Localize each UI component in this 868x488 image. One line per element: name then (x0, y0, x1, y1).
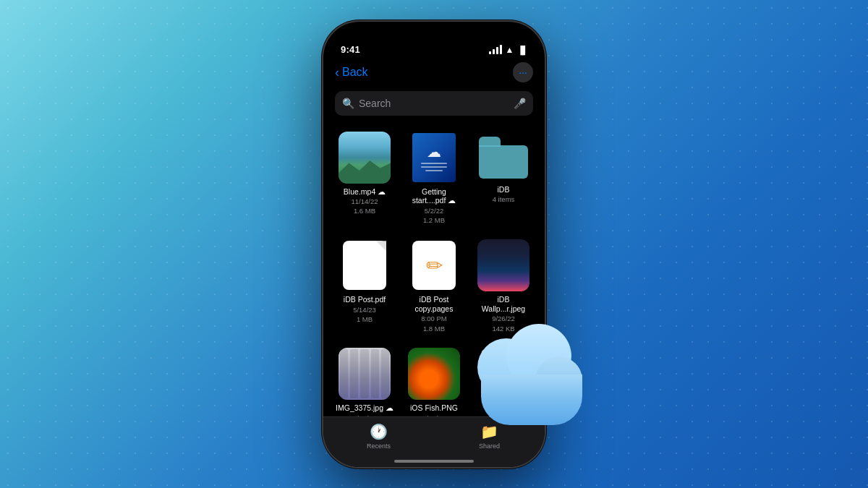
file-thumb-blue-mp4 (339, 132, 391, 184)
more-icon: ··· (519, 67, 527, 78)
search-icon: 🔍 (342, 98, 354, 109)
file-name-img3375: IMG_3375.jpg ☁ (336, 403, 393, 413)
file-item-idb-folder[interactable]: iDB 4 items (471, 127, 536, 230)
pages-icon: ✏ (412, 241, 456, 290)
file-meta-getting-started: 5/2/221.2 MB (423, 206, 445, 226)
tab-shared-label: Shared (479, 442, 500, 450)
file-meta-idb-folder: 4 items (493, 194, 515, 204)
file-thumb-idb-post-pdf (339, 239, 391, 291)
mic-icon: 🎤 (514, 98, 526, 109)
landscape-image (339, 132, 391, 184)
tab-shared[interactable]: 📁 Shared (434, 423, 545, 450)
pencil-icon: ✏ (426, 254, 443, 278)
file-thumb-ios-fish (408, 348, 460, 400)
file-name-blue-mp4: Blue.mp4 ☁ (344, 187, 386, 197)
cloud-body (481, 374, 582, 425)
file-item-getting-started[interactable]: Getting start....pdf ☁ 5/2/221.2 MB (401, 127, 467, 230)
book-cover (412, 133, 456, 182)
file-meta-idb-post-pdf: 5/14/231 MB (353, 305, 376, 325)
file-item-blue-mp4[interactable]: Blue.mp4 ☁ 11/14/221.6 MB (332, 127, 397, 230)
file-item-idb-post-pdf[interactable]: iDB Post.pdf 5/14/231 MB (332, 235, 397, 338)
file-item-img3375[interactable]: IMG_3375.jpg ☁ 7/25/223.8 MB (332, 343, 397, 416)
file-thumb-getting-started (408, 132, 460, 184)
search-placeholder: Search (359, 98, 509, 109)
file-meta-idb-post-pages: 8:00 PM1.8 MB (421, 314, 446, 333)
file-name-idb-post-pdf: iDB Post.pdf (344, 295, 386, 304)
home-indicator (394, 460, 474, 463)
tab-recents-label: Recents (367, 442, 391, 450)
shared-icon: 📁 (480, 423, 498, 440)
search-bar[interactable]: 🔍 Search 🎤 (335, 91, 533, 116)
dynamic-island (401, 30, 467, 51)
signal-icon (489, 45, 502, 54)
battery-icon: ▐▌ (517, 46, 527, 54)
file-thumb-idb-folder (477, 132, 529, 184)
back-label: Back (342, 66, 368, 79)
wallpaper-preview (477, 239, 529, 291)
wifi-icon: ▲ (506, 45, 514, 55)
back-button[interactable]: ‹ Back (335, 66, 368, 79)
status-time: 9:41 (341, 44, 360, 55)
folder-icon (479, 137, 528, 179)
file-name-idb-wallpaper: iDB Wallp...r.jpeg (475, 295, 532, 313)
more-button[interactable]: ··· (513, 62, 533, 82)
back-chevron-icon: ‹ (335, 66, 339, 79)
curtain-preview (339, 348, 391, 400)
file-item-idb-post-pages[interactable]: ✏ iDB Post copy.pages 8:00 PM1.8 MB (401, 235, 467, 338)
file-name-idb-folder: iDB (498, 185, 510, 194)
status-icons: ▲ ▐▌ (489, 45, 527, 55)
file-thumb-idb-wallpaper (477, 239, 529, 291)
file-thumb-idb-post-pages: ✏ (408, 239, 460, 291)
cloud-decoration (474, 346, 590, 425)
file-meta-idb-wallpaper: 9/26/22142 KB (492, 314, 515, 333)
file-item-idb-wallpaper[interactable]: iDB Wallp...r.jpeg 9/26/22142 KB (471, 235, 536, 338)
file-item-ios-fish[interactable]: iOS Fish.PNG 9/13/213.6 MB (401, 343, 467, 416)
scene: 9:41 ▲ ▐▌ ‹ Back (322, 20, 546, 468)
file-name-idb-post-pages: iDB Post copy.pages (405, 295, 463, 313)
recents-icon: 🕐 (370, 423, 388, 440)
file-thumb-img3375 (339, 348, 391, 400)
file-meta-blue-mp4: 11/14/221.6 MB (352, 197, 378, 216)
file-name-ios-fish: iOS Fish.PNG (410, 403, 458, 413)
pdf-icon (343, 241, 386, 290)
cloud-main (474, 346, 590, 425)
tab-recents[interactable]: 🕐 Recents (323, 423, 434, 450)
file-name-getting-started: Getting start....pdf ☁ (405, 187, 463, 205)
fish-preview (408, 348, 460, 400)
